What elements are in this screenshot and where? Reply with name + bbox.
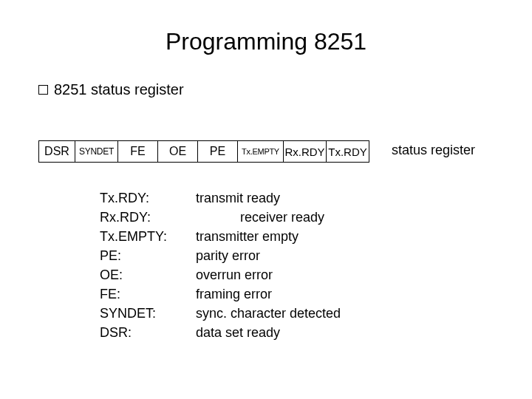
def-row: Tx.EMPTY: transmitter empty xyxy=(100,227,341,246)
def-term: Rx.RDY: xyxy=(100,208,196,227)
def-term: FE: xyxy=(100,284,196,304)
def-term: Tx.EMPTY: xyxy=(100,227,196,246)
def-term: Tx.RDY: xyxy=(100,188,196,208)
bit-definitions: Tx.RDY: transmit ready Rx.RDY: receiver … xyxy=(100,188,341,342)
def-desc: parity error xyxy=(196,246,260,265)
slide-title: Programming 8251 xyxy=(0,28,532,55)
def-row: Tx.RDY: transmit ready xyxy=(100,188,341,208)
reg-cell-dsr: DSR xyxy=(38,140,75,163)
reg-cell-fe: FE xyxy=(118,140,158,163)
reg-cell-txempty: Tx.EMPTY xyxy=(238,140,284,163)
slide: Programming 8251 8251 status register DS… xyxy=(0,0,532,399)
bullet-text: 8251 status register xyxy=(54,81,184,98)
reg-cell-syndet: SYNDET xyxy=(75,140,118,163)
def-row: SYNDET: sync. character detected xyxy=(100,304,341,323)
def-desc: transmit ready xyxy=(196,188,280,208)
def-row: OE: overrun error xyxy=(100,265,341,284)
def-row: PE: parity error xyxy=(100,246,341,265)
def-row: DSR: data set ready xyxy=(100,323,341,342)
def-term: PE: xyxy=(100,246,196,265)
def-desc: framing error xyxy=(196,284,272,304)
def-desc: receiver ready xyxy=(196,208,324,227)
reg-cell-txrdy: Tx.RDY xyxy=(327,140,369,163)
def-term: DSR: xyxy=(100,323,196,342)
def-desc: data set ready xyxy=(196,323,280,342)
def-desc: overrun error xyxy=(196,265,273,284)
reg-cell-pe: PE xyxy=(198,140,238,163)
def-row: FE: framing error xyxy=(100,284,341,304)
status-register-diagram: DSR SYNDET FE OE PE Tx.EMPTY Rx.RDY Tx.R… xyxy=(38,140,369,163)
def-desc: transmitter empty xyxy=(196,227,299,246)
reg-cell-rxrdy: Rx.RDY xyxy=(284,140,327,163)
def-term: SYNDET: xyxy=(100,304,196,323)
def-row: Rx.RDY: receiver ready xyxy=(100,208,341,227)
register-label: status register xyxy=(392,143,475,158)
def-desc: sync. character detected xyxy=(196,304,341,323)
reg-cell-oe: OE xyxy=(158,140,198,163)
def-term: OE: xyxy=(100,265,196,284)
status-register-bullet: 8251 status register xyxy=(38,81,184,98)
square-bullet-icon xyxy=(38,85,48,95)
